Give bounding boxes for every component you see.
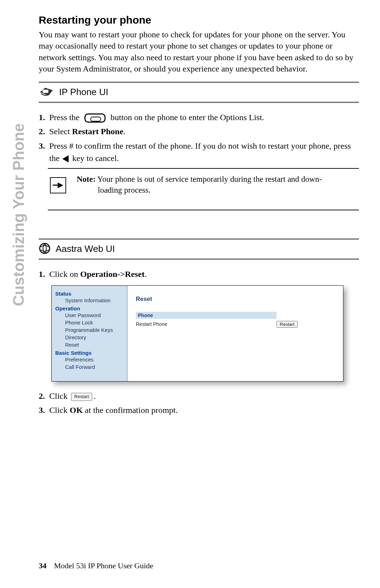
sidebar-cat-operation[interactable]: Operation — [55, 305, 124, 311]
wstep1-pre: Click on — [49, 270, 80, 279]
wstep1-post: . — [145, 270, 147, 279]
step-number: 1. — [39, 111, 49, 124]
webui-main: Reset Phone Restart Phone Restart — [127, 286, 343, 381]
step-2: 2. Select Restart Phone. — [39, 125, 359, 138]
web-step-3: 3. Click OK at the confirmation prompt. — [39, 404, 359, 416]
sidebar-item-system-information[interactable]: System Information — [55, 297, 124, 304]
step2-pre: Select — [49, 127, 72, 136]
step-text: Click OK at the confirmation prompt. — [49, 404, 359, 416]
note-line2: loading process. — [98, 185, 322, 196]
step2-post: . — [124, 127, 126, 136]
webui-screenshot: Status System Information Operation User… — [51, 285, 343, 382]
page: Customizing Your Phone Restarting your p… — [0, 0, 380, 588]
wstep2-post: . — [94, 391, 96, 401]
page-footer: 34 Model 53i IP Phone User Guide — [39, 561, 153, 570]
sidebar-cat-basic-settings[interactable]: Basic Settings — [55, 350, 124, 356]
note-arrow-icon — [50, 177, 66, 193]
phone-ui-steps: 1. Press the button on the phone to ente… — [39, 111, 359, 165]
wstep3-post: at the confirmation prompt. — [83, 406, 178, 415]
sidebar-item-directory[interactable]: Directory — [55, 334, 124, 341]
sidebar-item-user-password[interactable]: User Password — [55, 311, 124, 319]
step1-post: button on the phone to enter the Options… — [110, 113, 264, 122]
sidebar-cat-status[interactable]: Status — [55, 291, 124, 297]
webui-sidebar: Status System Information Operation User… — [52, 286, 127, 381]
web-ui-steps-1: 1. Click on Operation->Reset. — [39, 268, 359, 280]
ip-phone-ui-title: IP Phone UI — [59, 87, 108, 98]
inline-restart-button[interactable]: Restart — [71, 393, 92, 401]
wstep3-pre: Click — [49, 406, 70, 415]
sidebar-item-call-forward[interactable]: Call Forward — [55, 363, 124, 371]
phone-ui-icon — [39, 86, 54, 99]
sidebar-item-reset[interactable]: Reset — [55, 341, 124, 348]
web-ui-steps-2: 2. Click Restart. 3. Click OK at the con… — [39, 390, 359, 417]
step-number: 3. — [39, 140, 49, 165]
step-number: 3. — [39, 404, 49, 416]
webui-section-phone: Phone — [136, 312, 277, 319]
wstep3-bold: OK — [70, 406, 83, 415]
intro-paragraph: You may want to restart your phone to ch… — [39, 29, 359, 75]
web-step-2: 2. Click Restart. — [39, 390, 359, 402]
section-heading: Restarting your phone — [39, 14, 359, 26]
chapter-side-tab-text: Customizing Your Phone — [10, 123, 27, 306]
step-text: Click on Operation->Reset. — [49, 268, 359, 280]
sidebar-item-phone-lock[interactable]: Phone Lock — [55, 319, 124, 326]
step-text: Click Restart. — [49, 390, 359, 402]
restart-button[interactable]: Restart — [277, 321, 298, 328]
wstep1-bold: Operation->Reset — [80, 270, 145, 279]
options-key-icon — [84, 113, 106, 123]
note-label: Note: — [77, 175, 96, 184]
svg-rect-0 — [43, 89, 49, 93]
step2-bold: Restart Phone — [72, 127, 124, 136]
step-number: 1. — [39, 268, 49, 280]
chapter-side-tab: Customizing Your Phone — [10, 0, 27, 123]
wstep2-pre: Click — [49, 391, 68, 401]
step3-post: key to cancel. — [72, 154, 119, 163]
step-text: Press # to confirm the restart of the ph… — [49, 140, 359, 165]
page-number: 34 — [39, 561, 46, 570]
step-3: 3. Press # to confirm the restart of the… — [39, 140, 359, 165]
step-number: 2. — [39, 125, 49, 138]
sidebar-item-preferences[interactable]: Preferences — [55, 356, 124, 363]
webui-heading: Reset — [136, 296, 337, 303]
left-arrow-icon — [62, 155, 69, 162]
note-box: Note: Your phone is out of service tempo… — [48, 168, 359, 210]
note-text: Note: Your phone is out of service tempo… — [77, 174, 322, 196]
ip-phone-ui-bar: IP Phone UI — [39, 82, 359, 103]
webui-row-restart: Restart Phone Restart — [136, 321, 298, 328]
sidebar-item-programmable-keys[interactable]: Programmable Keys — [55, 326, 124, 334]
step-1: 1. Press the button on the phone to ente… — [39, 111, 359, 124]
web-step-1: 1. Click on Operation->Reset. — [39, 268, 359, 280]
aastra-web-ui-bar: Aastra Web UI — [39, 239, 359, 260]
globe-icon — [39, 242, 51, 256]
step-text: Select Restart Phone. — [49, 125, 359, 138]
note-line1: Your phone is out of service temporarily… — [96, 175, 322, 184]
svg-point-1 — [40, 243, 50, 253]
step-text: Press the button on the phone to enter t… — [49, 111, 359, 124]
aastra-web-ui-title: Aastra Web UI — [56, 243, 115, 254]
step-number: 2. — [39, 390, 49, 402]
webui-row-label: Restart Phone — [136, 321, 167, 327]
step1-pre: Press the — [49, 113, 80, 122]
doc-title: Model 53i IP Phone User Guide — [54, 561, 153, 570]
